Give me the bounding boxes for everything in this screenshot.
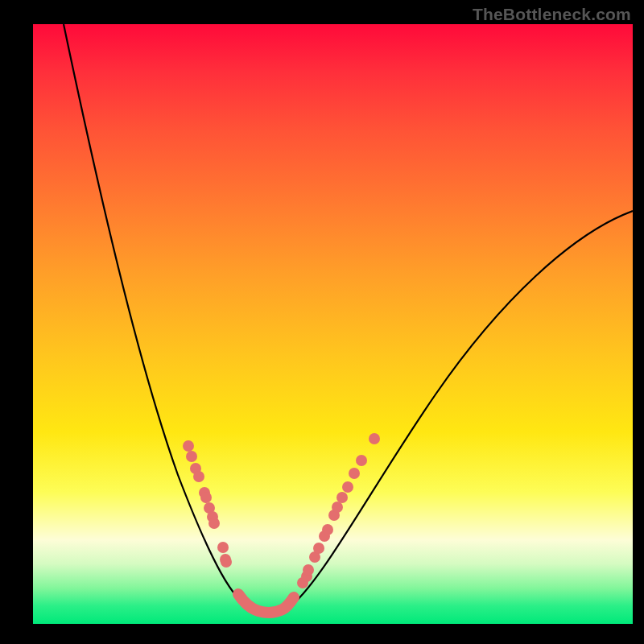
chart-plot-area bbox=[33, 24, 633, 624]
data-dot bbox=[183, 440, 194, 452]
data-dot bbox=[193, 471, 204, 482]
data-dot bbox=[221, 556, 232, 568]
data-dot bbox=[356, 455, 367, 466]
watermark-text: TheBottleneck.com bbox=[473, 5, 631, 24]
data-dot bbox=[313, 543, 324, 554]
curve-dots-right bbox=[297, 433, 380, 588]
data-dot bbox=[186, 451, 197, 462]
bottleneck-curve-svg bbox=[33, 24, 633, 624]
data-dot bbox=[303, 564, 314, 576]
data-dot bbox=[200, 492, 212, 503]
data-dot bbox=[217, 542, 229, 553]
bottom-highlight-segment bbox=[238, 594, 294, 613]
data-dot bbox=[336, 492, 348, 503]
data-dot bbox=[349, 468, 360, 479]
data-dot bbox=[342, 481, 353, 493]
data-dot bbox=[369, 433, 380, 444]
data-dot bbox=[332, 502, 343, 513]
data-dot bbox=[322, 524, 333, 535]
bottleneck-curve bbox=[64, 24, 633, 613]
data-dot bbox=[208, 518, 220, 529]
